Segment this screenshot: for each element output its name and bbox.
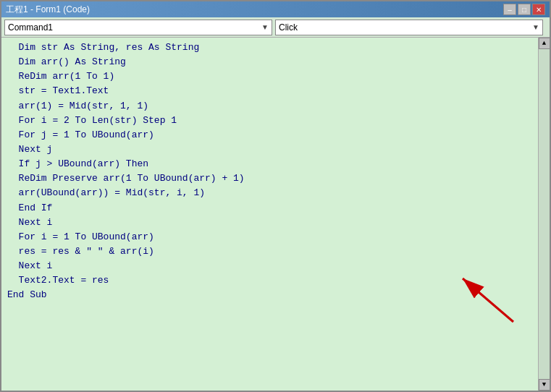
code-line: res = res & " " & arr(i) xyxy=(7,244,544,259)
toolbar: Command1 ▼ Click ▼ xyxy=(1,17,550,38)
code-line: End Sub xyxy=(7,288,544,302)
minimize-button[interactable]: – xyxy=(503,4,516,15)
maximize-button[interactable]: □ xyxy=(518,4,531,15)
code-line: If j > UBound(arr) Then xyxy=(7,157,544,171)
scroll-up-arrow[interactable]: ▲ xyxy=(539,38,550,49)
object-dropdown[interactable]: Command1 ▼ xyxy=(4,20,272,35)
code-lines: Dim str As String, res As String Dim arr… xyxy=(7,41,544,303)
code-line: ReDim Preserve arr(1 To UBound(arr) + 1) xyxy=(7,171,544,186)
scroll-down-arrow[interactable]: ▼ xyxy=(539,379,550,391)
scrollbar[interactable]: ▲ ▼ xyxy=(538,38,550,391)
code-line: For i = 1 To UBound(arr) xyxy=(7,230,544,244)
window-controls: – □ ✕ xyxy=(503,4,545,15)
event-dropdown[interactable]: Click ▼ xyxy=(275,20,543,35)
object-dropdown-value: Command1 xyxy=(8,22,53,33)
code-line: Next j xyxy=(7,142,544,157)
code-editor[interactable]: Dim str As String, res As String Dim arr… xyxy=(1,38,550,391)
close-button[interactable]: ✕ xyxy=(532,4,545,15)
event-dropdown-value: Click xyxy=(279,22,298,33)
event-dropdown-arrow: ▼ xyxy=(532,23,539,31)
code-line: Next i xyxy=(7,216,544,230)
title-bar: 工程1 - Form1 (Code) – □ ✕ xyxy=(1,1,550,17)
code-line: End If xyxy=(7,201,544,216)
code-line: ReDim arr(1 To 1) xyxy=(7,69,544,84)
code-line: Dim str As String, res As String xyxy=(7,41,544,55)
code-line: Text2.Text = res xyxy=(7,273,544,288)
code-line: Next i xyxy=(7,259,544,273)
code-line: For i = 2 To Len(str) Step 1 xyxy=(7,114,544,128)
code-line: arr(UBound(arr)) = Mid(str, i, 1) xyxy=(7,186,544,200)
code-line: str = Text1.Text xyxy=(7,84,544,98)
code-line: For j = 1 To UBound(arr) xyxy=(7,128,544,142)
code-line: Dim arr() As String xyxy=(7,55,544,69)
main-window: 工程1 - Form1 (Code) – □ ✕ Command1 ▼ Clic… xyxy=(0,0,551,392)
code-line: arr(1) = Mid(str, 1, 1) xyxy=(7,99,544,114)
window-title: 工程1 - Form1 (Code) xyxy=(6,4,90,16)
object-dropdown-arrow: ▼ xyxy=(261,23,269,31)
